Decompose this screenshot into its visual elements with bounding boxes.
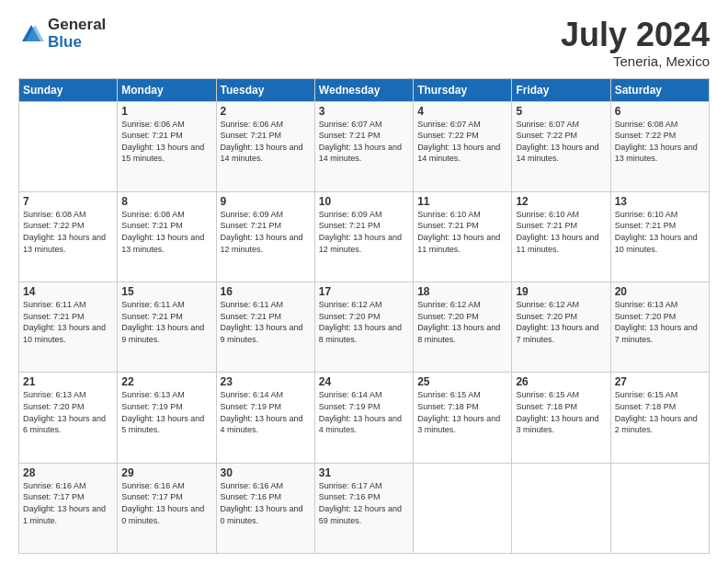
location-title: Teneria, Mexico [561, 53, 710, 69]
day-number: 1 [121, 105, 211, 118]
day-info: Sunrise: 6:09 AMSunset: 7:21 PMDaylight:… [319, 209, 409, 255]
day-info: Sunrise: 6:07 AMSunset: 7:22 PMDaylight:… [516, 119, 606, 165]
calendar-week-row: 28 Sunrise: 6:16 AMSunset: 7:17 PMDaylig… [19, 463, 710, 553]
day-info: Sunrise: 6:16 AMSunset: 7:16 PMDaylight:… [221, 480, 311, 526]
day-number: 10 [319, 195, 409, 208]
day-number: 18 [417, 285, 507, 298]
calendar-page: General Blue July 2024 Teneria, Mexico S… [0, 0, 728, 563]
day-number: 16 [221, 285, 311, 298]
table-row: 29 Sunrise: 6:16 AMSunset: 7:17 PMDaylig… [118, 463, 216, 553]
day-number: 20 [615, 285, 705, 298]
day-info: Sunrise: 6:16 AMSunset: 7:17 PMDaylight:… [23, 480, 113, 526]
col-wednesday: Wednesday [314, 78, 413, 101]
table-row: 7 Sunrise: 6:08 AMSunset: 7:22 PMDayligh… [19, 191, 118, 282]
logo: General Blue [18, 17, 106, 51]
title-block: July 2024 Teneria, Mexico [561, 17, 710, 69]
table-row: 15 Sunrise: 6:11 AMSunset: 7:21 PMDaylig… [118, 282, 216, 373]
day-number: 12 [516, 195, 606, 208]
col-monday: Monday [118, 78, 216, 101]
day-info: Sunrise: 6:08 AMSunset: 7:22 PMDaylight:… [23, 209, 113, 255]
header: General Blue July 2024 Teneria, Mexico [18, 17, 710, 69]
table-row: 12 Sunrise: 6:10 AMSunset: 7:21 PMDaylig… [512, 191, 610, 282]
table-row: 25 Sunrise: 6:15 AMSunset: 7:18 PMDaylig… [414, 373, 512, 463]
table-row: 17 Sunrise: 6:12 AMSunset: 7:20 PMDaylig… [314, 282, 413, 373]
day-info: Sunrise: 6:15 AMSunset: 7:18 PMDaylight:… [615, 389, 705, 435]
table-row: 2 Sunrise: 6:06 AMSunset: 7:21 PMDayligh… [216, 101, 314, 191]
col-saturday: Saturday [610, 78, 709, 101]
day-info: Sunrise: 6:11 AMSunset: 7:21 PMDaylight:… [221, 299, 311, 345]
day-number: 7 [23, 195, 113, 208]
day-info: Sunrise: 6:08 AMSunset: 7:21 PMDaylight:… [121, 209, 211, 255]
table-row: 31 Sunrise: 6:17 AMSunset: 7:16 PMDaylig… [314, 463, 413, 553]
calendar-week-row: 21 Sunrise: 6:13 AMSunset: 7:20 PMDaylig… [19, 373, 710, 463]
day-info: Sunrise: 6:07 AMSunset: 7:21 PMDaylight:… [319, 119, 409, 165]
day-number: 23 [221, 375, 311, 388]
col-tuesday: Tuesday [216, 78, 314, 101]
day-info: Sunrise: 6:09 AMSunset: 7:21 PMDaylight:… [221, 209, 311, 255]
table-row: 20 Sunrise: 6:13 AMSunset: 7:20 PMDaylig… [610, 282, 709, 373]
col-friday: Friday [512, 78, 610, 101]
table-row: 3 Sunrise: 6:07 AMSunset: 7:21 PMDayligh… [314, 101, 413, 191]
day-number: 31 [319, 466, 409, 479]
table-row: 13 Sunrise: 6:10 AMSunset: 7:21 PMDaylig… [610, 191, 709, 282]
day-info: Sunrise: 6:10 AMSunset: 7:21 PMDaylight:… [516, 209, 606, 255]
day-number: 27 [615, 375, 705, 388]
table-row [19, 101, 118, 191]
table-row: 28 Sunrise: 6:16 AMSunset: 7:17 PMDaylig… [19, 463, 118, 553]
day-number: 5 [516, 105, 606, 118]
day-info: Sunrise: 6:06 AMSunset: 7:21 PMDaylight:… [121, 119, 211, 165]
day-number: 25 [417, 375, 507, 388]
day-info: Sunrise: 6:12 AMSunset: 7:20 PMDaylight:… [516, 299, 606, 345]
table-row: 26 Sunrise: 6:15 AMSunset: 7:18 PMDaylig… [512, 373, 610, 463]
table-row: 6 Sunrise: 6:08 AMSunset: 7:22 PMDayligh… [610, 101, 709, 191]
table-row: 22 Sunrise: 6:13 AMSunset: 7:19 PMDaylig… [118, 373, 216, 463]
table-row: 4 Sunrise: 6:07 AMSunset: 7:22 PMDayligh… [414, 101, 512, 191]
table-row: 8 Sunrise: 6:08 AMSunset: 7:21 PMDayligh… [118, 191, 216, 282]
day-number: 15 [121, 285, 211, 298]
day-number: 9 [221, 195, 311, 208]
table-row: 10 Sunrise: 6:09 AMSunset: 7:21 PMDaylig… [314, 191, 413, 282]
logo-text: General Blue [48, 17, 106, 51]
day-number: 19 [516, 285, 606, 298]
calendar-table: Sunday Monday Tuesday Wednesday Thursday… [18, 78, 710, 554]
table-row: 11 Sunrise: 6:10 AMSunset: 7:21 PMDaylig… [414, 191, 512, 282]
calendar-week-row: 14 Sunrise: 6:11 AMSunset: 7:21 PMDaylig… [19, 282, 710, 373]
day-number: 8 [121, 195, 211, 208]
day-number: 22 [121, 375, 211, 388]
day-number: 13 [615, 195, 705, 208]
day-info: Sunrise: 6:12 AMSunset: 7:20 PMDaylight:… [417, 299, 507, 345]
day-info: Sunrise: 6:11 AMSunset: 7:21 PMDaylight:… [23, 299, 113, 345]
day-info: Sunrise: 6:07 AMSunset: 7:22 PMDaylight:… [417, 119, 507, 165]
col-thursday: Thursday [414, 78, 512, 101]
table-row [610, 463, 709, 553]
calendar-header-row: Sunday Monday Tuesday Wednesday Thursday… [19, 78, 710, 101]
day-info: Sunrise: 6:08 AMSunset: 7:22 PMDaylight:… [615, 119, 705, 165]
day-info: Sunrise: 6:06 AMSunset: 7:21 PMDaylight:… [221, 119, 311, 165]
calendar-week-row: 1 Sunrise: 6:06 AMSunset: 7:21 PMDayligh… [19, 101, 710, 191]
day-info: Sunrise: 6:13 AMSunset: 7:20 PMDaylight:… [615, 299, 705, 345]
day-number: 30 [221, 466, 311, 479]
day-number: 28 [23, 466, 113, 479]
day-number: 14 [23, 285, 113, 298]
day-info: Sunrise: 6:16 AMSunset: 7:17 PMDaylight:… [121, 480, 211, 526]
day-info: Sunrise: 6:14 AMSunset: 7:19 PMDaylight:… [221, 389, 311, 435]
day-info: Sunrise: 6:17 AMSunset: 7:16 PMDaylight:… [319, 480, 409, 526]
day-info: Sunrise: 6:15 AMSunset: 7:18 PMDaylight:… [417, 389, 507, 435]
table-row: 27 Sunrise: 6:15 AMSunset: 7:18 PMDaylig… [610, 373, 709, 463]
day-number: 29 [121, 466, 211, 479]
day-info: Sunrise: 6:13 AMSunset: 7:20 PMDaylight:… [23, 389, 113, 435]
day-info: Sunrise: 6:11 AMSunset: 7:21 PMDaylight:… [121, 299, 211, 345]
day-info: Sunrise: 6:12 AMSunset: 7:20 PMDaylight:… [319, 299, 409, 345]
table-row: 30 Sunrise: 6:16 AMSunset: 7:16 PMDaylig… [216, 463, 314, 553]
table-row: 9 Sunrise: 6:09 AMSunset: 7:21 PMDayligh… [216, 191, 314, 282]
table-row: 14 Sunrise: 6:11 AMSunset: 7:21 PMDaylig… [19, 282, 118, 373]
day-number: 6 [615, 105, 705, 118]
day-number: 11 [417, 195, 507, 208]
month-year-title: July 2024 [561, 17, 710, 53]
table-row [414, 463, 512, 553]
table-row: 23 Sunrise: 6:14 AMSunset: 7:19 PMDaylig… [216, 373, 314, 463]
table-row: 19 Sunrise: 6:12 AMSunset: 7:20 PMDaylig… [512, 282, 610, 373]
table-row [512, 463, 610, 553]
table-row: 24 Sunrise: 6:14 AMSunset: 7:19 PMDaylig… [314, 373, 413, 463]
logo-blue-label: Blue [48, 34, 106, 52]
